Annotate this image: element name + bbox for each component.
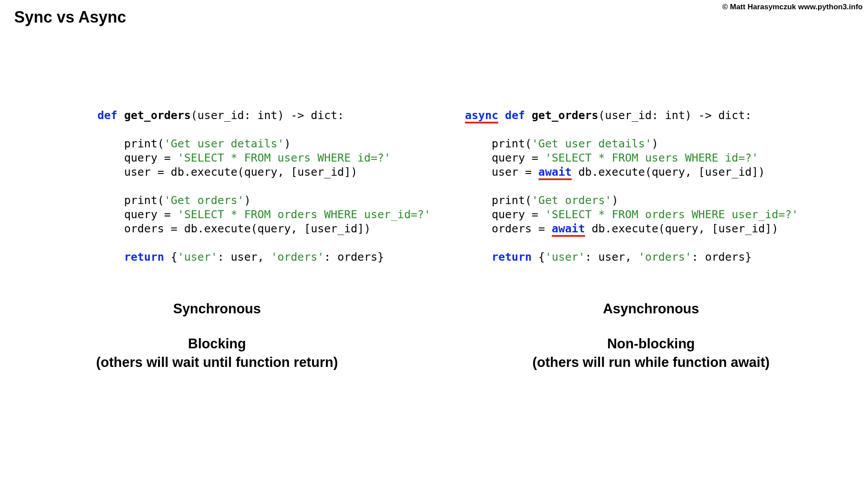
async-sub1: Non-blocking: [607, 336, 695, 351]
keyword-await: await: [552, 222, 585, 237]
sync-heading: Synchronous: [0, 301, 434, 317]
string-get-user: 'Get user details': [532, 137, 652, 150]
async-column: async def get_orders(user_id: int) -> di…: [434, 108, 868, 264]
close-paren: ): [244, 194, 251, 207]
keyword-async: async: [465, 109, 498, 123]
close-paren: ): [284, 137, 291, 150]
sync-labels: Synchronous Blocking (others will wait u…: [0, 301, 434, 372]
sync-sub1: Blocking: [188, 336, 246, 351]
string-orders-key: 'orders': [271, 251, 324, 263]
string-orders-key: 'orders': [638, 251, 691, 263]
user-assign-head: user =: [492, 166, 538, 178]
db-exec-tail: db.execute(query, [user_id]): [572, 166, 765, 178]
db-exec-tail: db.execute(query, [user_id]): [585, 222, 779, 235]
orders-assign-head: orders =: [492, 222, 551, 235]
sync-sub: Blocking (others will wait until functio…: [0, 335, 434, 372]
print-call: print(: [492, 194, 531, 207]
keyword-await: await: [539, 166, 572, 180]
copyright-text: © Matt Harasymczuk www.python3.info: [722, 3, 863, 12]
async-code-block: async def get_orders(user_id: int) -> di…: [465, 108, 868, 264]
code-columns: def get_orders(user_id: int) -> dict: pr…: [0, 108, 868, 264]
return-open: {: [532, 251, 545, 263]
return-open: {: [164, 251, 178, 263]
string-get-orders: 'Get orders': [532, 194, 612, 207]
print-call: print(: [492, 137, 531, 150]
string-get-orders: 'Get orders': [164, 194, 244, 207]
async-sub: Non-blocking (others will run while func…: [434, 335, 868, 372]
string-get-user: 'Get user details': [164, 137, 284, 150]
close-paren: ): [612, 194, 618, 207]
labels-row: Synchronous Blocking (others will wait u…: [0, 301, 868, 372]
colon-orders: : orders}: [324, 251, 384, 263]
string-query-users: 'SELECT * FROM users WHERE id=?': [545, 151, 759, 164]
query-assign: query =: [124, 208, 177, 221]
signature-tail: (user_id: int) -> dict:: [191, 109, 344, 122]
orders-assign-line: orders = db.execute(query, [user_id]): [124, 222, 371, 235]
async-sub2: (others will run while function await): [532, 355, 770, 370]
keyword-def: def: [505, 109, 525, 122]
colon-orders: : orders}: [692, 251, 752, 263]
keyword-return: return: [492, 251, 531, 263]
function-name: get_orders: [124, 109, 191, 122]
async-heading: Asynchronous: [434, 301, 868, 317]
keyword-return: return: [124, 251, 164, 263]
close-paren: ): [651, 137, 658, 150]
async-labels: Asynchronous Non-blocking (others will r…: [434, 301, 868, 372]
signature-tail: (user_id: int) -> dict:: [598, 109, 752, 122]
string-user-key: 'user': [178, 251, 217, 263]
page-title: Sync vs Async: [14, 8, 126, 27]
print-call: print(: [124, 137, 164, 150]
query-assign: query =: [492, 208, 545, 221]
user-assign-line: user = db.execute(query, [user_id]): [124, 166, 357, 178]
query-assign: query =: [124, 151, 177, 164]
string-user-key: 'user': [545, 251, 585, 263]
sync-code-block: def get_orders(user_id: int) -> dict: pr…: [97, 108, 434, 264]
colon-user: : user,: [217, 251, 271, 263]
sync-column: def get_orders(user_id: int) -> dict: pr…: [0, 108, 434, 264]
query-assign: query =: [492, 151, 545, 164]
string-query-users: 'SELECT * FROM users WHERE id=?': [178, 151, 391, 164]
keyword-def: def: [97, 109, 117, 122]
colon-user: : user,: [585, 251, 638, 263]
function-name: get_orders: [532, 109, 599, 122]
print-call: print(: [124, 194, 164, 207]
string-query-orders: 'SELECT * FROM orders WHERE user_id=?': [545, 208, 798, 221]
sync-sub2: (others will wait until function return): [96, 355, 338, 370]
string-query-orders: 'SELECT * FROM orders WHERE user_id=?': [178, 208, 431, 221]
